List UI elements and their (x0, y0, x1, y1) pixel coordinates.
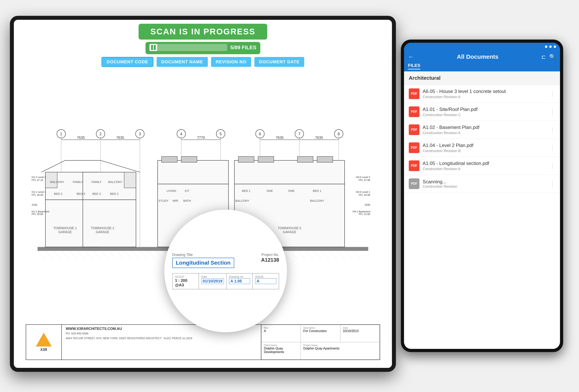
progress-text: 5/89 FILES (230, 45, 257, 51)
phone-search-button[interactable]: 🔍 (549, 54, 556, 60)
doc-item-4[interactable]: PDF A1.05 - Longitudinal section.pdf Con… (404, 157, 560, 175)
svg-rect-84 (161, 157, 177, 162)
phone-share-button[interactable]: ⊏ (541, 54, 546, 60)
svg-rect-90 (297, 157, 313, 162)
doc-subtitle-1: Construction Revision C (423, 113, 547, 117)
title-cell-client: Client Name Dolphin Quay Developments (261, 342, 301, 360)
col-btn-document-date[interactable]: DOCUMENT DATE (254, 57, 304, 67)
doc-name-3: A1.04 - Level 2 Plan.pdf (423, 143, 547, 148)
col-btn-document-code[interactable]: DOCUMENT CODE (102, 57, 153, 67)
svg-line-3 (53, 251, 61, 259)
progress-icon (149, 45, 157, 50)
svg-rect-83 (157, 160, 228, 184)
zoom-cell-issue: ISSUE A (253, 273, 279, 289)
title-cell-project: Project Name Dolphin Quay Apartments (301, 342, 380, 360)
zoom-project-no-label: Project No. (261, 253, 279, 257)
title-block-right: Rev A Description For Construction Date … (261, 325, 380, 360)
svg-text:DNE: DNE (289, 189, 295, 192)
phone-status-bar (404, 43, 560, 51)
doc-item-1[interactable]: PDF A1.01 - Site/Roof Plan.pdf Construct… (404, 103, 560, 121)
tablet-device: SCAN IS IN PROGRESS 5/89 FILES D (10, 16, 396, 372)
svg-line-15 (148, 251, 156, 259)
col-btn-document-name[interactable]: DOCUMENT NAME (156, 57, 208, 67)
doc-name-4: A1.05 - Longitudinal section.pdf (423, 161, 547, 166)
svg-text:BALCONY: BALCONY (235, 199, 249, 202)
svg-text:8: 8 (338, 132, 340, 136)
progress-bar-inner (149, 44, 157, 51)
svg-text:FAMILY: FAMILY (91, 180, 102, 183)
zoom-circle: Drawing Title Longitudinal Section Proje… (164, 210, 287, 332)
doc-name-1: A1.01 - Site/Roof Plan.pdf (423, 107, 547, 112)
svg-rect-88 (238, 157, 254, 162)
scanning-text: Scanning... Construction Revision (423, 179, 547, 189)
doc-menu-3[interactable]: ⋮ (550, 145, 555, 151)
svg-text:5: 5 (219, 132, 222, 136)
scan-banner: SCAN IS IN PROGRESS (139, 24, 267, 40)
svg-line-12 (124, 251, 132, 259)
doc-info-0: A6.05 - House 3 level 1 concrete setout … (423, 89, 547, 99)
svg-text:7635: 7635 (77, 136, 85, 140)
svg-text:TOWNHOUSE 5: TOWNHOUSE 5 (278, 226, 301, 230)
svg-text:7770: 7770 (197, 136, 205, 140)
svg-text:4: 4 (180, 132, 182, 136)
pdf-icon-2: PDF (409, 124, 420, 135)
doc-item-2[interactable]: PDF A1.02 - Basement Plan.pdf Constructi… (404, 121, 560, 139)
title-block-phone: PH: 929-600-0568 (66, 332, 257, 336)
svg-text:3150: 3150 (32, 203, 37, 206)
svg-line-7 (85, 251, 93, 259)
doc-item-3[interactable]: PDF A1.04 - Level 2 Plan.pdf Constructio… (404, 139, 560, 157)
svg-text:BED 1: BED 1 (313, 189, 321, 192)
doc-menu-4[interactable]: ⋮ (550, 163, 555, 169)
svg-text:H1:2 Level 2: H1:2 Level 2 (32, 176, 46, 179)
scanning-subtitle: Construction Revision (423, 184, 547, 189)
svg-line-39 (337, 251, 345, 259)
svg-text:BALCONY: BALCONY (108, 180, 122, 183)
svg-line-38 (329, 251, 337, 259)
svg-line-34 (297, 251, 305, 259)
phone-tab-bar: FILES (404, 63, 560, 71)
svg-text:3: 3 (139, 132, 141, 136)
title-cell-date: Date 10/10/2013 (340, 325, 380, 342)
svg-line-40 (345, 251, 353, 259)
svg-line-2 (45, 251, 53, 259)
scanning-menu[interactable]: ⋮ (550, 181, 555, 187)
svg-text:BED 3: BED 3 (76, 192, 85, 195)
zoom-cell-date: Date 01/10/2019 (199, 273, 226, 289)
title-block-address: 4063 TAYLOR STREET, NYC NEW YORK 10007 R… (66, 336, 257, 340)
logo-company-code: X3R (40, 348, 47, 352)
doc-info-3: A1.04 - Level 2 Plan.pdf Construction Re… (423, 143, 547, 153)
svg-text:BALCONY: BALCONY (50, 180, 64, 183)
svg-text:FFL 31.60: FFL 31.60 (359, 213, 370, 216)
svg-text:7: 7 (298, 132, 300, 136)
svg-text:FFL 30.80: FFL 30.80 (32, 213, 43, 216)
status-dot-3 (554, 46, 556, 48)
svg-text:BED 1: BED 1 (242, 189, 250, 192)
title-block: X3R WWW.X3RARCHITECTS.COM.AU PH: 929-600… (26, 324, 380, 360)
phone-back-button[interactable]: ← (408, 54, 414, 60)
svg-line-41 (353, 251, 361, 259)
phone-tab-files[interactable]: FILES (408, 63, 420, 69)
doc-menu-0[interactable]: ⋮ (550, 91, 555, 97)
doc-menu-1[interactable]: ⋮ (550, 109, 555, 115)
pdf-icon-1: PDF (409, 107, 420, 117)
svg-line-4 (61, 251, 69, 259)
doc-subtitle-0: Construction Revision A (423, 95, 547, 99)
svg-text:1: 1 (60, 132, 62, 136)
doc-menu-2[interactable]: ⋮ (550, 127, 555, 133)
doc-name-0: A6.05 - House 3 level 1 concrete setout (423, 89, 547, 94)
phone-section-header: Architectural (404, 71, 560, 85)
svg-line-36 (313, 251, 321, 259)
col-btn-revision-no[interactable]: REVISION NO (211, 57, 251, 67)
scan-progress-container: SCAN IS IN PROGRESS 5/89 FILES D (14, 20, 392, 67)
doc-subtitle-3: Construction Revision B (423, 149, 547, 153)
tablet-screen: SCAN IS IN PROGRESS 5/89 FILES D (14, 20, 392, 368)
doc-subtitle-2: Construction Revision A (423, 131, 547, 135)
phone-device: ← All Documents ⊏ 🔍 FILES Architectural … (401, 40, 563, 352)
svg-rect-77 (83, 200, 136, 247)
doc-item-0[interactable]: PDF A6.05 - House 3 level 1 concrete set… (404, 85, 560, 103)
svg-text:WIR: WIR (172, 199, 178, 202)
title-cell-rev-label: Rev A (261, 325, 301, 342)
pdf-icon-3: PDF (409, 142, 420, 153)
zoom-cell-drawing-no: Drawing no: A 1.05 (226, 273, 253, 289)
progress-bar-wrapper: 5/89 FILES (145, 42, 260, 54)
